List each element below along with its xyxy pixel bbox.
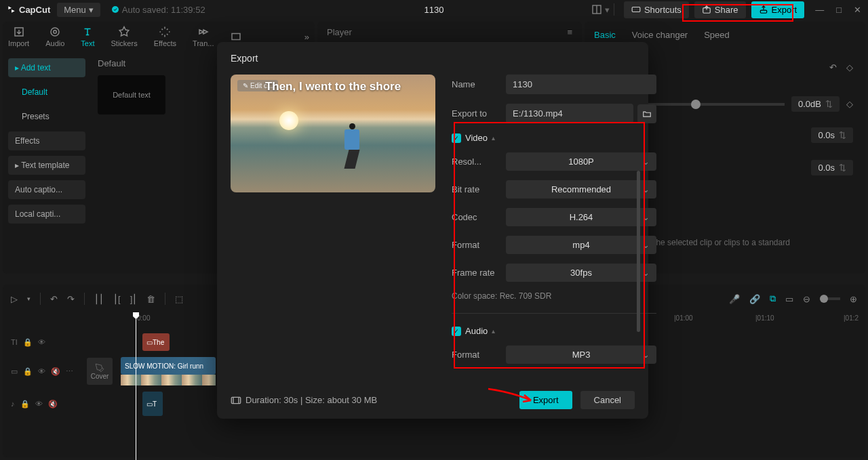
bitrate-select[interactable]: Recommended bbox=[506, 180, 656, 198]
tab-effects[interactable]: Effects bbox=[154, 26, 176, 47]
svg-point-0 bbox=[112, 6, 119, 13]
eye-icon[interactable]: 👁 bbox=[38, 367, 45, 375]
volume-db[interactable]: 0.0dB⇅ bbox=[791, 96, 840, 112]
modal-scrollbar[interactable] bbox=[637, 171, 640, 332]
shortcuts-button[interactable]: Shortcuts bbox=[624, 1, 689, 18]
sidebar-effects[interactable]: Effects bbox=[8, 131, 85, 150]
link-icon[interactable]: 🔗 bbox=[749, 294, 760, 304]
audio-clip[interactable]: ▭T bbox=[142, 392, 163, 416]
window-minimize[interactable]: — bbox=[815, 5, 824, 15]
bitrate-label: Bit rate bbox=[452, 184, 506, 194]
preview-caption: Then, I went to the shore bbox=[231, 80, 435, 93]
video-track-icon: ▭ bbox=[11, 367, 18, 376]
export-modal: Export ✎ Edit c... Then, I went to the s… bbox=[217, 42, 648, 419]
format-label: Format bbox=[452, 240, 506, 250]
sidebar-local-captions[interactable]: Local capti... bbox=[8, 205, 85, 224]
preview-icon[interactable]: ▭ bbox=[785, 294, 793, 304]
framerate-label: Frame rate bbox=[452, 268, 506, 278]
split-left-icon[interactable]: ⎮[ bbox=[113, 294, 121, 304]
tab-transitions[interactable]: Tran... bbox=[193, 26, 214, 47]
share-button[interactable]: Share bbox=[694, 1, 746, 18]
window-close[interactable]: ✕ bbox=[854, 5, 861, 15]
export-preview[interactable]: ✎ Edit c... Then, I went to the shore bbox=[231, 75, 435, 192]
colorspace-info: Color space: Rec. 709 SDR bbox=[452, 291, 656, 301]
time-value-1[interactable]: 0.0s⇅ bbox=[811, 127, 853, 143]
exportto-input[interactable] bbox=[506, 104, 633, 123]
codec-label: Codec bbox=[452, 212, 506, 222]
menu-button[interactable]: Menu▾ bbox=[57, 3, 100, 17]
undo-icon[interactable]: ↶ bbox=[50, 294, 58, 304]
undo-icon[interactable]: ↶ bbox=[829, 62, 837, 72]
sidebar-add-text[interactable]: ▸ Add text bbox=[8, 58, 85, 77]
autosave-status: Auto saved: 11:39:52 bbox=[111, 5, 205, 15]
zoom-in-icon[interactable]: ⊕ bbox=[850, 294, 857, 304]
window-maximize[interactable]: □ bbox=[836, 5, 842, 15]
player-label: Player bbox=[327, 27, 352, 37]
split-right-icon[interactable]: ]⎮ bbox=[130, 294, 138, 304]
svg-rect-9 bbox=[232, 34, 240, 40]
tab-audio[interactable]: Audio bbox=[45, 26, 64, 47]
ruler-tick: | 01:10 bbox=[755, 314, 757, 322]
resolution-select[interactable]: 1080P bbox=[506, 152, 656, 171]
zoom-out-icon[interactable]: ⊖ bbox=[803, 294, 810, 304]
name-input[interactable] bbox=[506, 75, 656, 94]
keyframe-icon[interactable]: ◇ bbox=[846, 62, 853, 72]
modal-title: Export bbox=[231, 53, 635, 64]
eye-icon[interactable]: 👁 bbox=[35, 400, 43, 408]
cancel-button[interactable]: Cancel bbox=[580, 391, 635, 409]
svg-rect-5 bbox=[760, 10, 766, 13]
keyframe-icon[interactable]: ◇ bbox=[846, 99, 853, 109]
layout-icon[interactable] bbox=[591, 4, 602, 15]
playhead[interactable] bbox=[136, 314, 136, 460]
export-button-top[interactable]: Export bbox=[751, 1, 805, 18]
sidebar-auto-captions[interactable]: Auto captio... bbox=[8, 180, 85, 199]
ruler-tick: | 01:00 bbox=[674, 314, 676, 322]
video-clip[interactable]: SLOW MOTION: Girl runn bbox=[121, 357, 216, 375]
tab-import[interactable]: Import bbox=[8, 26, 29, 47]
svg-rect-3 bbox=[632, 7, 640, 12]
audio-format-select[interactable]: MP3 bbox=[506, 346, 656, 364]
codec-select[interactable]: H.264 bbox=[506, 208, 656, 226]
duration-info: Duration: 30s | Size: about 30 MB bbox=[231, 395, 377, 406]
cover-clip[interactable]: Cover bbox=[87, 358, 113, 385]
split-icon[interactable]: ⎮⎮ bbox=[94, 294, 104, 304]
svg-point-8 bbox=[54, 30, 57, 34]
video-section[interactable]: ✓ Video ▴ bbox=[452, 133, 656, 143]
format-select[interactable]: mp4 bbox=[506, 236, 656, 254]
lock-icon[interactable]: 🔒 bbox=[23, 367, 33, 376]
player-menu-icon[interactable]: ≡ bbox=[567, 27, 572, 37]
crop-icon[interactable]: ⬚ bbox=[175, 294, 183, 304]
tab-more[interactable] bbox=[230, 30, 242, 43]
text-clip[interactable]: ▭ The bbox=[142, 333, 170, 351]
lock-icon[interactable]: 🔒 bbox=[23, 338, 33, 347]
redo-icon[interactable]: ↷ bbox=[67, 294, 75, 304]
eye-icon[interactable]: 👁 bbox=[38, 338, 45, 346]
project-title: 1130 bbox=[425, 5, 444, 15]
sidebar-default[interactable]: Default bbox=[8, 83, 85, 102]
audio-track-icon: ♪ bbox=[11, 400, 15, 408]
snap-icon[interactable]: ⧉ bbox=[770, 293, 776, 304]
tab-basic[interactable]: Basic bbox=[594, 30, 616, 40]
mute-icon[interactable]: 🔇 bbox=[48, 400, 58, 409]
sidebar-text-template[interactable]: ▸ Text template bbox=[8, 156, 85, 175]
audio-format-label: Format bbox=[452, 350, 506, 360]
video-checkbox[interactable]: ✓ bbox=[452, 133, 461, 143]
time-value-2[interactable]: 0.0s⇅ bbox=[811, 160, 853, 175]
select-tool[interactable]: ▷ bbox=[11, 294, 18, 304]
audio-section[interactable]: ✓ Audio ▴ bbox=[452, 326, 656, 336]
tab-stickers[interactable]: Stickers bbox=[111, 26, 138, 47]
tab-text[interactable]: Text bbox=[81, 26, 94, 47]
app-logo: CapCut bbox=[7, 5, 50, 15]
audio-checkbox[interactable]: ✓ bbox=[452, 327, 461, 336]
svg-point-7 bbox=[51, 28, 59, 36]
tab-speed[interactable]: Speed bbox=[704, 30, 730, 40]
mic-icon[interactable]: 🎤 bbox=[729, 294, 740, 304]
mute-icon[interactable]: 🔇 bbox=[51, 367, 60, 376]
lock-icon[interactable]: 🔒 bbox=[20, 400, 30, 409]
tab-voice-changer[interactable]: Voice changer bbox=[632, 30, 688, 40]
delete-icon[interactable]: 🗑 bbox=[146, 294, 155, 304]
framerate-select[interactable]: 30fps bbox=[506, 264, 656, 282]
default-text-thumbnail[interactable]: Default text bbox=[98, 75, 165, 114]
browse-folder-button[interactable] bbox=[637, 104, 656, 123]
sidebar-presets[interactable]: Presets bbox=[8, 107, 85, 126]
